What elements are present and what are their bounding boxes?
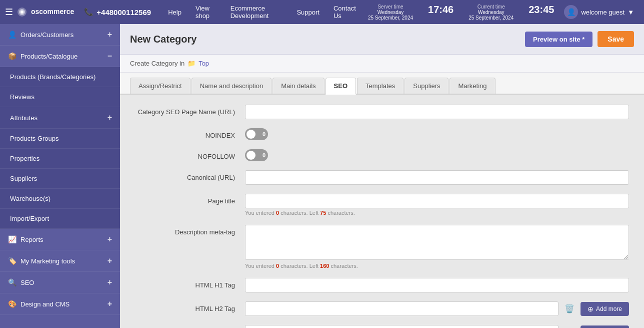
- html-h2-tag-row: HTML H2 Tag 🗑️ ⊕ Add more: [135, 301, 629, 316]
- hamburger-icon[interactable]: ☰: [5, 7, 13, 18]
- preview-on-site-button[interactable]: Preview on site *: [525, 32, 592, 47]
- sidebar-item-properties[interactable]: Properties: [0, 149, 120, 169]
- noindex-label: NOINDEX: [135, 128, 235, 139]
- breadcrumb: Create Category in 📁 Top: [120, 55, 644, 73]
- html-h2-tag-delete-button[interactable]: 🗑️: [562, 302, 576, 315]
- main-content: New Category Preview on site * Save Crea…: [120, 24, 644, 328]
- design-icon: 🎨: [8, 300, 16, 308]
- content-header: New Category Preview on site * Save: [120, 24, 644, 55]
- noindex-toggle[interactable]: 0: [245, 128, 268, 140]
- html-h3-tag-label: HTML H3 Tag: [135, 325, 235, 328]
- header-actions: Preview on site * Save: [525, 31, 634, 47]
- sidebar-item-design-cms[interactable]: 🎨 Design and CMS +: [0, 293, 120, 315]
- app-layout: 👤 Orders/Customers + 📦 Products/Catalogu…: [0, 24, 644, 328]
- breadcrumb-top-link[interactable]: Top: [198, 60, 209, 67]
- view-shop-link[interactable]: View shop: [188, 0, 224, 24]
- canonical-url-row: Canonical (URL): [135, 170, 629, 185]
- logo-area: ☰ oscommerce: [5, 7, 74, 18]
- breadcrumb-prefix: Create Category in: [130, 60, 184, 67]
- html-h2-tag-add-more-button[interactable]: ⊕ Add more: [580, 302, 629, 316]
- nav-links: Help View shop Ecommerce Development Sup…: [161, 0, 363, 24]
- tab-main-details[interactable]: Main details: [272, 78, 324, 94]
- expand-icon: +: [108, 235, 112, 244]
- orders-icon: 👤: [8, 31, 16, 39]
- sidebar-item-products-brands-categories[interactable]: Products (Brands/Categories): [0, 67, 120, 87]
- user-avatar: 👤: [564, 5, 578, 19]
- tab-assign-restrict[interactable]: Assign/Restrict: [130, 78, 190, 94]
- tab-suppliers[interactable]: Suppliers: [404, 78, 448, 94]
- canonical-url-input[interactable]: [245, 170, 629, 185]
- user-name: welcome guest: [581, 9, 624, 16]
- save-button[interactable]: Save: [598, 31, 634, 47]
- server-time-block: Server time Wednesday 25 September, 2024: [368, 4, 413, 21]
- marketing-icon: 🏷️: [8, 257, 16, 265]
- contact-us-link[interactable]: Contact Us: [326, 0, 363, 24]
- noindex-row: NOINDEX 0: [135, 128, 629, 140]
- html-h1-tag-row: HTML H1 Tag: [135, 278, 629, 292]
- expand-icon: +: [108, 256, 112, 265]
- support-link[interactable]: Support: [290, 0, 326, 24]
- nofollow-label: NOFOLLOW: [135, 149, 235, 160]
- help-link[interactable]: Help: [161, 0, 188, 24]
- tab-name-description[interactable]: Name and description: [192, 78, 272, 94]
- collapse-icon: −: [108, 52, 112, 61]
- html-h3-tag-row: HTML H3 Tag 🗑️ ⊕ Add more: [135, 325, 629, 328]
- page-title-label: Page title: [135, 194, 235, 205]
- sidebar-item-warehouses[interactable]: Warehouse(s): [0, 189, 120, 209]
- tab-templates[interactable]: Templates: [357, 78, 404, 94]
- logo: oscommerce: [17, 7, 74, 17]
- expand-icon: +: [108, 299, 112, 308]
- phone-icon: 📞: [84, 8, 94, 17]
- description-meta-tag-label: Description meta-tag: [135, 225, 235, 236]
- html-h3-tag-input[interactable]: [245, 325, 558, 328]
- page-title-char-count: You entered 0 characters. Left 75 charac…: [245, 210, 629, 216]
- html-h3-tag-delete-button[interactable]: 🗑️: [562, 325, 576, 328]
- server-time-value-block: 17:46: [428, 4, 454, 21]
- sidebar-item-seo[interactable]: 🔍 SEO +: [0, 272, 120, 293]
- time-area: Server time Wednesday 25 September, 2024…: [368, 4, 554, 21]
- folder-icon: 📁: [188, 60, 196, 67]
- current-time-value-block: 23:45: [528, 4, 554, 21]
- sidebar-item-orders-customers[interactable]: 👤 Orders/Customers +: [0, 24, 120, 46]
- canonical-url-label: Canonical (URL): [135, 170, 235, 181]
- page-title: New Category: [130, 34, 196, 45]
- seo-page-name-input[interactable]: [245, 105, 629, 119]
- html-h2-tag-label: HTML H2 Tag: [135, 301, 235, 312]
- tab-marketing[interactable]: Marketing: [450, 78, 495, 94]
- sidebar-item-suppliers[interactable]: Suppliers: [0, 169, 120, 189]
- description-meta-tag-char-count: You entered 0 characters. Left 160 chara…: [245, 263, 629, 269]
- seo-page-name-label: Category SEO Page Name (URL): [135, 105, 235, 116]
- top-navigation: ☰ oscommerce 📞 +448000112569 Help View s…: [0, 0, 644, 24]
- sidebar-item-products-groups[interactable]: Products Groups: [0, 129, 120, 149]
- html-h1-tag-input[interactable]: [245, 278, 629, 292]
- tab-seo[interactable]: SEO: [326, 78, 356, 95]
- ecommerce-dev-link[interactable]: Ecommerce Development: [224, 0, 290, 24]
- catalogue-icon: 📦: [8, 52, 16, 60]
- sidebar: 👤 Orders/Customers + 📦 Products/Catalogu…: [0, 24, 120, 328]
- nofollow-toggle[interactable]: 0: [245, 149, 268, 161]
- page-title-input[interactable]: [245, 194, 629, 208]
- sidebar-item-products-catalogue[interactable]: 📦 Products/Catalogue −: [0, 46, 120, 67]
- user-menu[interactable]: 👤 welcome guest ▼: [559, 5, 639, 19]
- html-h1-tag-label: HTML H1 Tag: [135, 278, 235, 289]
- html-h2-tag-input[interactable]: [245, 301, 558, 316]
- seo-page-name-row: Category SEO Page Name (URL): [135, 105, 629, 119]
- expand-icon: +: [108, 278, 112, 287]
- nofollow-row: NOFOLLOW 0: [135, 149, 629, 161]
- expand-icon: +: [108, 113, 112, 122]
- seo-icon: 🔍: [8, 278, 16, 286]
- chevron-down-icon: ▼: [628, 9, 634, 16]
- current-time-block: Current time Wednesday 25 September, 202…: [468, 4, 514, 21]
- description-meta-tag-textarea[interactable]: [245, 225, 629, 260]
- form-area: Category SEO Page Name (URL) NOINDEX 0: [120, 95, 644, 328]
- sidebar-item-my-marketing-tools[interactable]: 🏷️ My Marketing tools +: [0, 250, 120, 272]
- sidebar-item-import-export[interactable]: Import/Export: [0, 209, 120, 229]
- html-h3-tag-add-more-button[interactable]: ⊕ Add more: [580, 325, 629, 329]
- sidebar-item-attributes[interactable]: Attributes +: [0, 107, 120, 129]
- expand-icon: +: [108, 30, 112, 39]
- sidebar-item-reports[interactable]: 📈 Reports +: [0, 229, 120, 250]
- sidebar-item-reviews[interactable]: Reviews: [0, 87, 120, 107]
- reports-icon: 📈: [8, 235, 16, 243]
- plus-circle-icon: ⊕: [588, 305, 594, 313]
- tabs-bar: Assign/Restrict Name and description Mai…: [120, 73, 644, 95]
